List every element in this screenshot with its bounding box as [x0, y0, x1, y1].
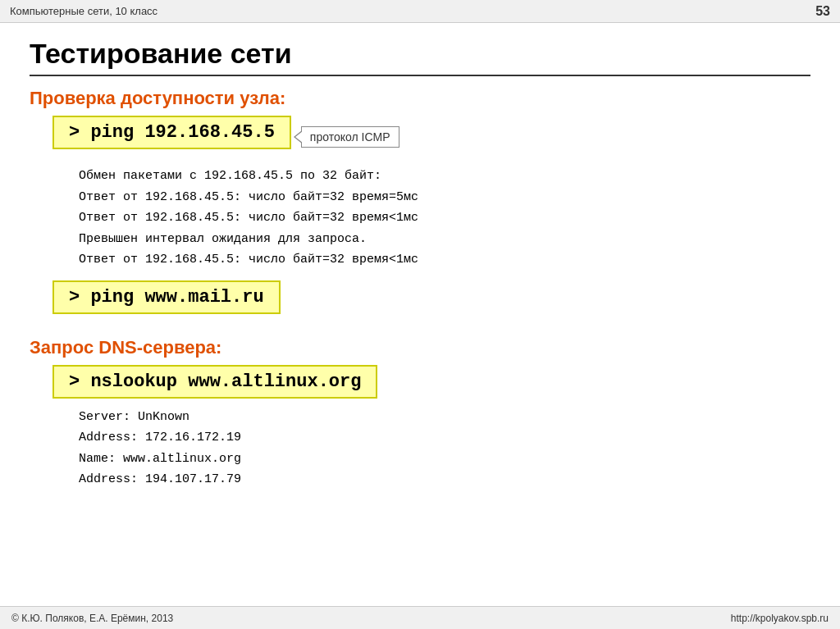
ns-address1-label: Address: [79, 431, 145, 444]
header-title: Компьютерные сети, 10 класс [10, 5, 158, 17]
section-dns: Запрос DNS-сервера: > nslookup www.altli… [30, 337, 810, 490]
ns-address2-line: Address: 194.107.17.79 [79, 469, 810, 490]
ns-name-value: www.altlinux.org [123, 452, 241, 466]
command1-box: > ping 192.168.45.5 [52, 116, 291, 149]
ns-address2-value: 194.107.17.79 [145, 472, 241, 486]
command1-wrapper: > ping 192.168.45.5 протокол ICMP [30, 116, 810, 157]
page-title: Тестирование сети [30, 38, 810, 76]
ns-server-value: UnKnown [138, 410, 189, 424]
header-bar: Компьютерные сети, 10 класс 53 [0, 0, 840, 23]
ns-name-line: Name: www.altlinux.org [79, 449, 810, 470]
ns-server-label: Server: [79, 410, 138, 424]
footer-left: © К.Ю. Поляков, Е.А. Ерёмин, 2013 [11, 613, 173, 624]
section1-heading: Проверка доступности узла: [30, 88, 810, 109]
main-content: Тестирование сети Проверка доступности у… [0, 23, 840, 515]
nslookup-output: Server: UnKnown Address: 172.16.172.19 N… [79, 407, 810, 490]
footer: © К.Ю. Поляков, Е.А. Ерёмин, 2013 http:/… [0, 606, 840, 629]
page-number: 53 [815, 4, 830, 19]
output-line-1: Обмен пакетами с 192.168.45.5 по 32 байт… [79, 166, 810, 187]
command2-wrapper: > ping www.mail.ru [30, 280, 810, 322]
output-line-2: Ответ от 192.168.45.5: число байт=32 вре… [79, 187, 810, 208]
ns-name-label: Name: [79, 452, 123, 466]
command2-box: > ping www.mail.ru [52, 280, 281, 314]
ns-address1-line: Address: 172.16.172.19 [79, 427, 810, 449]
ns-address1-value: 172.16.172.19 [145, 431, 241, 444]
nslookup-command: > nslookup www.altlinux.org [52, 365, 377, 399]
section-availability: Проверка доступности узла: > ping 192.16… [30, 88, 810, 322]
section2-heading: Запрос DNS-сервера: [30, 337, 810, 358]
nslookup-wrapper: > nslookup www.altlinux.org [30, 365, 810, 407]
ns-address2-label: Address: [79, 472, 145, 486]
ns-server-line: Server: UnKnown [79, 407, 810, 428]
icmp-tooltip: протокол ICMP [301, 126, 399, 148]
output-line-3: Ответ от 192.168.45.5: число байт=32 вре… [79, 207, 810, 229]
ping-output: Обмен пакетами с 192.168.45.5 по 32 байт… [79, 166, 810, 271]
output-line-5: Ответ от 192.168.45.5: число байт=32 вре… [79, 249, 810, 271]
output-line-4: Превышен интервал ожидания для запроса. [79, 229, 810, 250]
footer-right: http://kpolyakov.spb.ru [731, 613, 829, 624]
